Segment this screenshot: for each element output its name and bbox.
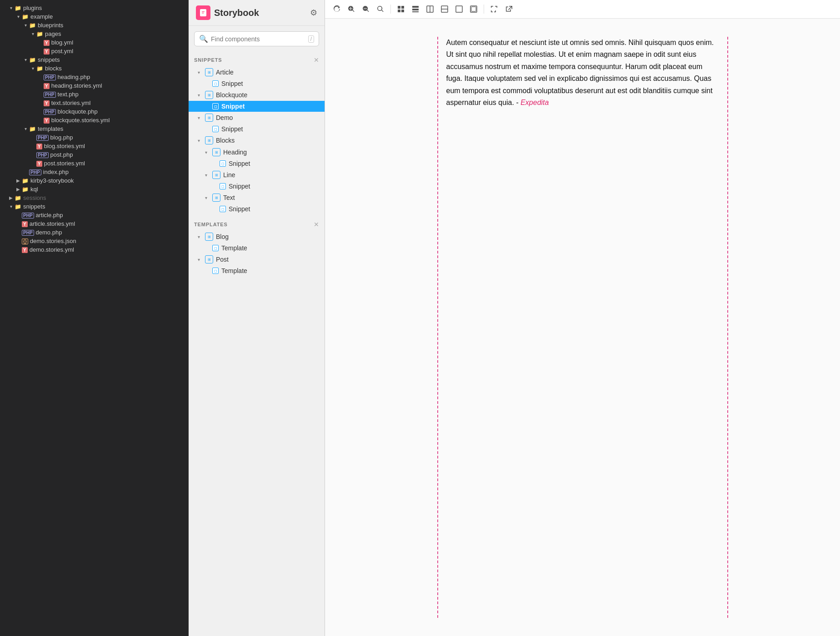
storybook-logo: Storybook xyxy=(196,5,259,20)
nav-line[interactable]: ▾ ⊞ Line xyxy=(189,169,325,181)
tree-item-pages[interactable]: ▾ 📁 pages xyxy=(0,30,188,38)
gear-icon[interactable]: ⚙ xyxy=(310,8,317,18)
toolbar-divider-2 xyxy=(484,5,484,14)
svg-rect-1 xyxy=(398,6,400,9)
svg-rect-2 xyxy=(401,6,404,9)
svg-rect-14 xyxy=(471,7,476,11)
toolbar-open-new[interactable] xyxy=(502,3,515,15)
tree-item-snippets-example[interactable]: ▾ 📁 snippets xyxy=(0,55,188,64)
story-icon: ◻ xyxy=(220,160,226,167)
tree-item-blog-yml[interactable]: Y blog.yml xyxy=(0,38,188,47)
tree-item-blog-php[interactable]: PHP blog.php xyxy=(0,133,188,142)
tree-item-blockquote-stories-yml[interactable]: Y blockquote.stories.yml xyxy=(0,116,188,124)
story-icon: ◻ xyxy=(220,206,226,212)
tree-item-heading-stories-yml[interactable]: Y heading.stories.yml xyxy=(0,81,188,90)
dashed-border-left xyxy=(437,37,438,618)
toolbar-divider-1 xyxy=(390,5,391,14)
toolbar-zoom-reset[interactable] xyxy=(374,3,387,15)
tree-item-article-php[interactable]: PHP article.php xyxy=(0,211,188,219)
component-icon: ⊞ xyxy=(212,171,220,179)
search-input[interactable] xyxy=(211,35,305,43)
nav-demo[interactable]: ▾ ⊞ Demo xyxy=(189,112,325,124)
tree-item-demo-stories-yml[interactable]: Y demo.stories.yml xyxy=(0,245,188,254)
search-bar[interactable]: 🔍 / xyxy=(194,31,319,46)
component-icon: ⊞ xyxy=(212,194,220,202)
tree-item-post-yml[interactable]: Y post.yml xyxy=(0,47,188,55)
nav-text[interactable]: ▾ ⊞ Text xyxy=(189,192,325,204)
tree-item-demo-stories-json[interactable]: {} demo.stories.json xyxy=(0,237,188,245)
tree-item-example[interactable]: ▾ 📁 example xyxy=(0,12,188,21)
tree-item-post-stories-yml[interactable]: Y post.stories.yml xyxy=(0,159,188,168)
tree-item-heading-php[interactable]: PHP heading.php xyxy=(0,73,188,81)
toolbar-fullscreen[interactable] xyxy=(488,3,500,15)
toolbar-refresh[interactable] xyxy=(330,3,343,15)
nav-blog-template[interactable]: ◻ Template xyxy=(189,243,325,253)
component-icon: ⊞ xyxy=(205,255,213,263)
tree-item-blocks[interactable]: ▾ 📁 blocks xyxy=(0,64,188,73)
storybook-nav: SNIPPETS ✕ ▾ ⊞ Article ◻ Snippet ▾ ⊞ Blo… xyxy=(189,52,325,636)
preview-content: Autem consequatur et nesciunt iste ut om… xyxy=(325,19,840,636)
search-shortcut: / xyxy=(308,35,314,43)
tree-item-demo-php[interactable]: PHP demo.php xyxy=(0,228,188,237)
nav-post[interactable]: ▾ ⊞ Post xyxy=(189,253,325,265)
nav-blocks[interactable]: ▾ ⊞ Blocks xyxy=(189,134,325,146)
snippets-close-icon[interactable]: ✕ xyxy=(314,56,319,64)
tree-item-post-php[interactable]: PHP post.php xyxy=(0,150,188,159)
svg-rect-5 xyxy=(412,6,419,8)
toolbar-zoom-out[interactable] xyxy=(360,3,372,15)
preview-text: Autem consequatur et nesciunt iste ut om… xyxy=(446,37,719,109)
nav-blockquote[interactable]: ▾ ⊞ Blockquote xyxy=(189,89,325,101)
component-icon: ⊞ xyxy=(205,114,213,122)
nav-post-template[interactable]: ◻ Template xyxy=(189,265,325,276)
story-icon: ◻ xyxy=(212,126,219,132)
component-icon: ⊞ xyxy=(205,68,213,76)
toolbar-layout4[interactable] xyxy=(467,3,480,15)
templates-section-title: TEMPLATES xyxy=(194,222,228,227)
nav-heading[interactable]: ▾ ⊞ Heading xyxy=(189,146,325,158)
toolbar-grid[interactable] xyxy=(395,3,407,15)
nav-blockquote-snippet[interactable]: ◻ Snippet xyxy=(189,101,325,112)
toolbar-layout2[interactable] xyxy=(438,3,451,15)
tree-item-templates-example[interactable]: ▾ 📁 templates xyxy=(0,124,188,133)
tree-item-blog-stories-yml[interactable]: Y blog.stories.yml xyxy=(0,142,188,150)
tree-item-blueprints[interactable]: ▾ 📁 blueprints xyxy=(0,21,188,30)
tree-item-text-stories-yml[interactable]: Y text.stories.yml xyxy=(0,99,188,107)
templates-section-header[interactable]: TEMPLATES ✕ xyxy=(189,218,325,231)
storybook-header: Storybook ⚙ xyxy=(189,0,325,26)
tree-item-article-stories-yml[interactable]: Y article.stories.yml xyxy=(0,219,188,228)
toolbar-layout1[interactable] xyxy=(424,3,436,15)
templates-close-icon[interactable]: ✕ xyxy=(314,221,319,228)
nav-demo-snippet[interactable]: ◻ Snippet xyxy=(189,124,325,134)
component-icon: ⊞ xyxy=(205,233,213,241)
snippets-section-header[interactable]: SNIPPETS ✕ xyxy=(189,54,325,66)
svg-rect-7 xyxy=(412,11,419,12)
tree-item-snippets-root[interactable]: ▾ 📁 snippets xyxy=(0,202,188,211)
tree-item-kql[interactable]: ▶ 📁 kql xyxy=(0,185,188,194)
svg-rect-3 xyxy=(398,10,400,12)
tree-item-index-php[interactable]: PHP index.php xyxy=(0,168,188,176)
nav-article[interactable]: ▾ ⊞ Article xyxy=(189,66,325,78)
tree-item-sessions[interactable]: ▶ 📁 sessions xyxy=(0,194,188,202)
file-tree: ▾ 📁 plugins ▾ 📁 example ▾ 📁 blueprints ▾… xyxy=(0,0,189,636)
toolbar-layout3[interactable] xyxy=(453,3,465,15)
tree-item-plugins[interactable]: ▾ 📁 plugins xyxy=(0,4,188,12)
preview-panel: Autem consequatur et nesciunt iste ut om… xyxy=(325,0,840,636)
svg-rect-6 xyxy=(412,9,419,10)
toolbar-grid2[interactable] xyxy=(409,3,422,15)
nav-text-snippet[interactable]: ◻ Snippet xyxy=(189,204,325,214)
dashed-border-right xyxy=(727,37,728,618)
snippets-section-title: SNIPPETS xyxy=(194,57,222,63)
story-icon-active: ◻ xyxy=(212,103,219,109)
toolbar-zoom-in[interactable] xyxy=(345,3,358,15)
nav-heading-snippet[interactable]: ◻ Snippet xyxy=(189,158,325,169)
nav-blog[interactable]: ▾ ⊞ Blog xyxy=(189,231,325,243)
nav-line-snippet[interactable]: ◻ Snippet xyxy=(189,181,325,192)
tree-item-blockquote-php[interactable]: PHP blockquote.php xyxy=(0,107,188,116)
nav-article-snippet[interactable]: ◻ Snippet xyxy=(189,78,325,89)
tree-item-text-php[interactable]: PHP text.php xyxy=(0,90,188,99)
story-icon: ◻ xyxy=(212,245,219,251)
storybook-logo-icon xyxy=(196,5,210,20)
preview-toolbar xyxy=(325,0,840,19)
tree-item-kirby3-storybook[interactable]: ▶ 📁 kirby3-storybook xyxy=(0,176,188,185)
preview-em: Expedita xyxy=(520,99,549,106)
